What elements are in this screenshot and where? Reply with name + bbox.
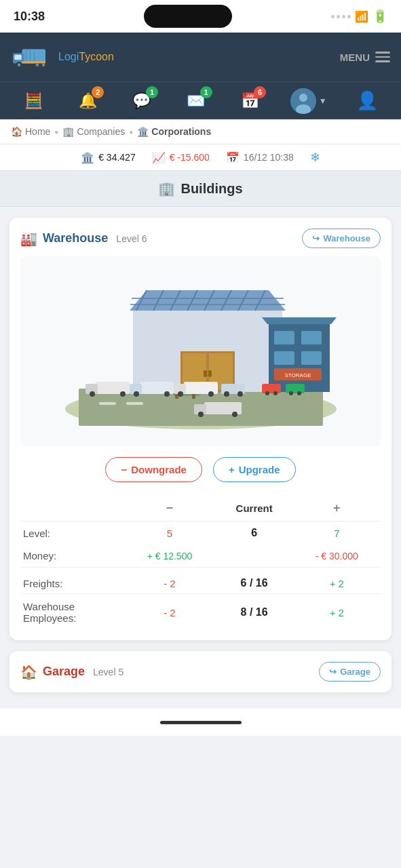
income-stat: 📈 € -15.600 (152, 151, 210, 164)
upgrade-button[interactable]: + Upgrade (213, 457, 296, 482)
top-nav: LogiTycoon MENU (0, 33, 401, 81)
icon-bar: 🧮 🔔 2 💬 1 ✉️ 1 📅 6 ▼ 👤 (0, 81, 401, 119)
calendar-button[interactable]: 📅 6 (236, 87, 263, 115)
garage-level: Level 5 (93, 667, 123, 677)
status-notch (144, 5, 232, 28)
warehouse-title: Warehouse (43, 231, 108, 245)
table-row-freights: Freights: - 2 6 / 16 + 2 (20, 568, 381, 594)
breadcrumb-sep-2: ● (129, 128, 133, 136)
table-row-warehouse-employees: Warehouse Employees: - 2 8 / 16 + 2 (20, 594, 381, 630)
battery-icon: 🔋 (373, 9, 387, 24)
breadcrumb-companies[interactable]: 🏢 Companies (62, 126, 125, 137)
svg-rect-40 (204, 370, 207, 377)
calculator-button[interactable]: 🧮 (20, 87, 47, 115)
logo-truck-icon (11, 43, 52, 71)
warehouse-icon: 🏭 (20, 231, 37, 247)
avatar-chevron-icon: ▼ (319, 96, 327, 106)
col-minus-header: − (123, 496, 215, 521)
logo-area: LogiTycoon (11, 43, 114, 71)
companies-icon: 🏢 (62, 126, 74, 137)
warehouse-card: 🏭 Warehouse Level 6 ↪ Warehouse (9, 218, 392, 640)
svg-rect-43 (274, 331, 294, 344)
warehouse-employees-label: Warehouse Employees: (20, 594, 123, 630)
svg-point-60 (178, 391, 183, 397)
account-button[interactable]: 👤 (354, 87, 381, 115)
home-indicator (160, 721, 242, 724)
corporations-icon: 🏛️ (137, 126, 149, 137)
breadcrumb-home-label: Home (25, 126, 50, 137)
svg-point-6 (36, 63, 39, 66)
page-title-bar: 🏢 Buildings (0, 171, 401, 207)
svg-rect-45 (274, 351, 294, 365)
page-title: Buildings (180, 181, 242, 197)
svg-point-66 (265, 391, 269, 395)
svg-point-63 (224, 391, 229, 397)
status-time: 10:38 (14, 9, 45, 24)
garage-navigate-button[interactable]: ↪ Garage (319, 662, 381, 682)
table-row-level: Level: 5 6 7 (20, 521, 381, 545)
freights-current: 6 / 16 (216, 568, 293, 594)
svg-point-4 (18, 63, 21, 66)
warehouse-employees-current: 8 / 16 (216, 594, 293, 630)
svg-point-70 (297, 391, 301, 395)
svg-point-53 (120, 391, 126, 397)
breadcrumb-sep-1: ● (54, 128, 58, 136)
signal-dots (331, 15, 351, 18)
freights-label: Freights: (20, 568, 123, 594)
freights-plus: + 2 (293, 568, 381, 594)
status-bar: 10:38 📶 🔋 (0, 0, 401, 33)
wifi-icon: 📶 (355, 10, 368, 23)
svg-text:STORAGE: STORAGE (284, 372, 311, 378)
logo-text: LogiTycoon (58, 51, 114, 63)
freights-minus: - 2 (123, 568, 215, 594)
upgrade-label: Upgrade (239, 464, 280, 475)
level-plus: 7 (293, 521, 381, 545)
svg-rect-41 (208, 370, 212, 377)
buildings-icon: 🏢 (158, 180, 175, 197)
menu-label: MENU (340, 52, 370, 63)
garage-icon: 🏠 (20, 664, 37, 680)
svg-point-64 (237, 391, 243, 397)
menu-button[interactable]: MENU (340, 52, 390, 63)
garage-title: Garage (43, 665, 85, 679)
svg-point-57 (164, 391, 170, 397)
datetime-value: 16/12 10:38 (244, 152, 294, 163)
svg-rect-44 (301, 331, 322, 344)
col-current-header: Current (216, 496, 293, 521)
col-label-header (20, 496, 123, 521)
col-plus-header: + (293, 496, 381, 521)
table-row-money: Money: + € 12.500 - € 30.000 (20, 545, 381, 568)
mail-button[interactable]: ✉️ 1 (183, 87, 210, 115)
calendar-small-icon: 📅 (226, 151, 240, 164)
account-icon: 👤 (356, 90, 378, 111)
logo-logi: Logi (58, 51, 79, 62)
warehouse-image: STORAGE (20, 256, 381, 446)
svg-point-56 (134, 391, 139, 397)
level-label: Level: (20, 521, 123, 545)
svg-rect-65 (262, 384, 281, 393)
avatar-button[interactable]: ▼ (290, 88, 327, 114)
svg-point-52 (90, 391, 95, 397)
snowflake-icon[interactable]: ❄ (310, 150, 320, 165)
downgrade-button[interactable]: − Downgrade (105, 457, 202, 482)
warehouse-navigate-button[interactable]: ↪ Warehouse (302, 229, 381, 248)
action-buttons: − Downgrade + Upgrade (20, 457, 381, 482)
avatar-image-icon (290, 88, 316, 114)
svg-point-74 (232, 412, 237, 417)
breadcrumb-home[interactable]: 🏠 Home (11, 126, 50, 137)
svg-marker-26 (130, 290, 286, 311)
breadcrumb-companies-label: Companies (77, 126, 125, 137)
garage-navigate-arrow-icon: ↪ (329, 667, 337, 677)
chat-button[interactable]: 💬 1 (128, 87, 155, 115)
garage-card: 🏠 Garage Level 5 ↪ Garage (9, 651, 392, 692)
status-icons: 📶 🔋 (331, 9, 387, 24)
chat-badge: 1 (146, 86, 158, 98)
income-icon: 📈 (152, 151, 166, 164)
warehouse-illustration: STORAGE (58, 263, 343, 439)
notifications-button[interactable]: 🔔 2 (74, 87, 101, 115)
money-minus: + € 12.500 (123, 545, 215, 568)
stats-bar: 🏛️ € 34.427 📈 € -15.600 📅 16/12 10:38 ❄ (0, 144, 401, 171)
warehouse-employees-minus: - 2 (123, 594, 215, 630)
money-label: Money: (20, 545, 123, 568)
stats-table: − Current + Level: 5 6 7 Money: + € 12.5… (20, 496, 381, 629)
